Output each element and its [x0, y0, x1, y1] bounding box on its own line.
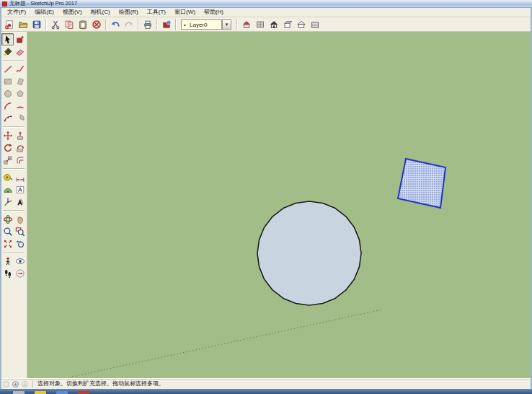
taskbar-app-2[interactable] [35, 391, 46, 394]
erase-icon [92, 19, 102, 30]
dimension-tool-button[interactable] [14, 171, 26, 183]
status-globe-icon[interactable]: ◦ [3, 381, 9, 388]
toolset-separator [3, 168, 25, 169]
scale-tool-button[interactable] [1, 154, 14, 166]
paste-button[interactable] [76, 18, 89, 31]
new-button[interactable] [2, 18, 16, 31]
tape-measure-icon [3, 172, 13, 183]
protractor-tool-button[interactable] [1, 183, 14, 196]
title-bar[interactable]: 无标题 - SketchUp Pro 2017 [0, 0, 532, 8]
layer-select-value[interactable]: Layer0 [188, 19, 222, 30]
menu-item-help[interactable]: 帮助(H) [200, 8, 228, 17]
canvas-background[interactable] [27, 32, 531, 378]
menu-item-camera[interactable]: 相机(C) [87, 8, 115, 17]
menu-item-window[interactable]: 窗口(W) [170, 8, 200, 17]
arc-tool-button[interactable] [1, 100, 14, 112]
move-tool-button[interactable] [1, 129, 14, 141]
3d-text-tool-button[interactable] [14, 196, 26, 208]
print-icon [143, 19, 153, 30]
walk-tool-button[interactable] [1, 267, 14, 279]
status-credit-icon[interactable]: ✛ [12, 381, 19, 388]
front-view-button[interactable] [267, 18, 280, 31]
print-button[interactable] [141, 18, 154, 31]
model-info-button[interactable] [159, 18, 173, 31]
select-tool-button[interactable] [1, 33, 14, 45]
follow-me-icon [15, 143, 25, 153]
circle-tool-button[interactable] [1, 87, 14, 100]
paint-bucket-tool-button[interactable] [1, 45, 14, 58]
rotate-tool-button[interactable] [1, 141, 14, 154]
toolbar-separator [45, 19, 46, 30]
zoom-extents-tool-button[interactable] [1, 237, 14, 250]
section-plane-icon [15, 268, 25, 279]
left-view-button[interactable] [308, 18, 322, 31]
erase-button[interactable] [89, 18, 103, 31]
copy-button[interactable] [62, 18, 76, 31]
menu-item-file[interactable]: 文件(F) [3, 8, 30, 17]
polygon-tool-button[interactable] [14, 87, 26, 100]
tape-measure-tool-button[interactable] [1, 171, 14, 183]
menu-item-view[interactable]: 视图(V) [58, 8, 87, 17]
back-view-button[interactable] [294, 18, 308, 31]
make-component-icon [15, 35, 25, 45]
zoom-window-icon [15, 227, 25, 237]
selected-rectangle-face[interactable] [398, 159, 445, 208]
circle-face[interactable] [257, 201, 361, 305]
freehand-tool-button[interactable] [14, 63, 26, 75]
layer-combobox[interactable]: • Layer0 ▼ [181, 19, 231, 30]
make-component-tool-button[interactable] [14, 33, 26, 45]
pie-tool-button[interactable] [14, 112, 26, 124]
rectangle-tool-button[interactable] [1, 75, 14, 87]
cut-button[interactable] [48, 18, 62, 31]
offset-tool-button[interactable] [14, 154, 26, 166]
iso-view-button[interactable] [239, 18, 253, 31]
menu-item-draw[interactable]: 绘图(R) [115, 8, 143, 17]
axes-tool-button[interactable] [1, 196, 14, 208]
3d-text-icon [15, 197, 25, 207]
status-signin-icon[interactable]: ♙ [22, 381, 28, 388]
window-frame-left [0, 8, 1, 389]
position-camera-tool-button[interactable] [1, 255, 14, 267]
rotated-rectangle-tool-button[interactable] [14, 75, 26, 87]
dimension-icon [15, 172, 25, 183]
zoom-icon [3, 227, 13, 237]
top-view-button[interactable] [253, 18, 267, 31]
menu-item-tools[interactable]: 工具(T) [143, 8, 170, 17]
toolbar-separator [138, 19, 138, 30]
open-button[interactable] [16, 18, 30, 31]
toolset-separator [3, 126, 25, 127]
walk-icon [3, 268, 13, 279]
two-point-arc-tool-button[interactable] [14, 100, 26, 112]
redo-icon [124, 19, 134, 30]
line-tool-button[interactable] [1, 63, 14, 75]
right-view-button[interactable] [280, 18, 294, 31]
zoom-tool-button[interactable] [1, 225, 14, 237]
section-plane-tool-button[interactable] [14, 267, 26, 279]
zoom-window-tool-button[interactable] [14, 225, 26, 237]
eraser-tool-button[interactable] [14, 45, 26, 58]
save-button[interactable] [30, 18, 43, 31]
window-title: 无标题 - SketchUp Pro 2017 [9, 1, 77, 6]
previous-view-tool-button[interactable] [14, 237, 26, 250]
text-icon [15, 185, 25, 195]
taskbar-app-4[interactable] [78, 391, 89, 394]
look-around-tool-button[interactable] [14, 255, 26, 267]
undo-button[interactable] [108, 18, 122, 31]
three-point-arc-tool-button[interactable] [1, 112, 14, 124]
menu-item-edit[interactable]: 编辑(E) [30, 8, 58, 17]
taskbar-app-3[interactable] [56, 391, 68, 394]
follow-me-tool-button[interactable] [14, 141, 26, 154]
text-tool-button[interactable] [14, 183, 26, 196]
toolbar-separator [105, 19, 106, 30]
orbit-tool-button[interactable] [1, 213, 14, 225]
windows-taskbar[interactable] [0, 389, 532, 394]
axes-icon [3, 197, 13, 207]
push-pull-tool-button[interactable] [14, 129, 26, 141]
taskbar-app-1[interactable] [13, 391, 25, 394]
pan-icon [15, 214, 25, 224]
layer-dropdown-button[interactable]: ▼ [222, 19, 231, 30]
previous-view-icon [15, 239, 25, 249]
redo-button [122, 18, 136, 31]
drawing-canvas[interactable] [27, 32, 531, 378]
pan-tool-button[interactable] [14, 213, 26, 225]
